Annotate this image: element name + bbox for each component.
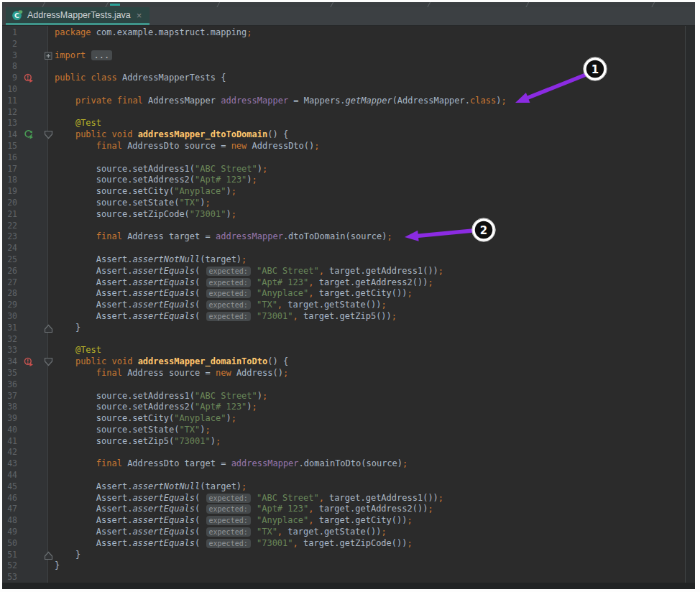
gutter-spacer [24,392,34,403]
code-line: 27 Assert.assertEquals( expected: "Apt# … [2,277,686,289]
gutter-spacer [24,482,34,494]
gutter-spacer [24,153,34,165]
code-text[interactable]: source.setAddress1("ABC Street"); [55,164,267,175]
code-text[interactable]: } [55,323,80,334]
fold-spacer [44,414,53,425]
fold-spacer [44,232,53,244]
close-tab-icon[interactable]: × [137,11,142,20]
code-text[interactable]: final Address source = new Address(); [55,368,288,379]
code-line: 37 source.setAddress1("ABC Street"); [2,391,686,402]
code-text[interactable]: Assert.assertNotNull(target); [55,254,247,266]
code-text[interactable]: Assert.assertNotNull(target); [55,481,247,493]
gutter-spacer [24,448,34,459]
gutter-spacer [24,267,34,278]
cropped-content-strip [2,2,695,7]
code-editor[interactable]: 1package com.example.mapstruct.mapping;2… [2,26,695,583]
line-number: 3 [2,50,17,62]
fold-spacer [44,210,53,221]
code-text[interactable]: public void addressMapper_domainToDto() … [55,356,288,368]
line-number: 50 [2,538,17,550]
fold-up-icon[interactable] [44,550,53,562]
line-number: 2 [2,39,17,50]
fold-plus-icon[interactable] [44,51,53,63]
test-failed-icon[interactable] [24,73,34,85]
code-text[interactable]: source.setCity("Anyplace"); [55,186,236,198]
fold-spacer [44,278,53,290]
code-text[interactable]: import ... [55,50,112,62]
gutter-spacer [24,244,34,255]
code-text[interactable]: Assert.assertEquals( expected: "Apt# 123… [55,277,433,289]
fold-spacer [44,448,53,459]
editor-bottom-strip [2,583,695,589]
fold-down-icon[interactable] [44,357,53,369]
slash-artifact [426,2,431,7]
code-text[interactable]: Assert.assertEquals( expected: "Apt# 123… [55,504,433,515]
fold-spacer [44,85,53,96]
slash-artifact [525,2,530,7]
code-text[interactable]: Assert.assertEquals( expected: "TX", tar… [55,300,387,311]
code-text[interactable]: Assert.assertEquals( expected: "73001", … [55,311,397,323]
line-number: 49 [2,527,17,538]
code-text[interactable]: source.setState("TX"); [55,425,211,436]
fold-down-icon[interactable] [44,130,53,142]
code-text[interactable]: final Address target = addressMapper.dto… [55,231,392,243]
code-text[interactable]: source.setAddress2("Apt# 123"); [55,175,257,186]
code-line: 12 [2,107,686,119]
fold-up-icon[interactable] [44,323,53,335]
line-number: 27 [2,277,17,289]
gutter-spacer [24,108,34,119]
fold-spacer [44,402,53,414]
code-line: 50 Assert.assertEquals( expected: "73001… [2,538,686,550]
slash-artifact [41,2,46,7]
code-text[interactable]: @Test [55,118,101,129]
test-failed-icon[interactable] [24,357,34,369]
code-text[interactable]: Assert.assertEquals( expected: "ABC Stre… [55,266,443,277]
code-text[interactable]: @Test [55,345,101,356]
code-text[interactable]: public class AddressMapperTests { [55,73,226,84]
line-number: 15 [2,141,17,152]
code-line: 42 [2,447,686,458]
code-text[interactable]: } [55,550,80,561]
code-text[interactable]: source.setZip5("73001"); [55,436,221,448]
code-text[interactable]: Assert.assertEquals( expected: "TX", tar… [55,527,387,538]
code-line: 45 Assert.assertNotNull(target); [2,481,686,493]
run-test-icon[interactable] [24,130,34,142]
tab-addressmappertests[interactable]: C AddressMapperTests.java × [6,7,149,25]
code-text[interactable]: source.setAddress1("ABC Street"); [55,391,267,402]
code-text[interactable]: public void addressMapper_dtoToDomain() … [55,129,288,141]
line-number: 22 [2,221,17,232]
code-text[interactable]: Assert.assertEquals( expected: "ABC Stre… [55,493,443,504]
gutter-spacer [24,175,34,187]
code-text[interactable]: source.setState("TX"); [55,198,211,209]
line-number: 16 [2,152,17,164]
line-number: 31 [2,323,17,334]
code-text[interactable]: package com.example.mapstruct.mapping; [55,27,252,39]
code-text[interactable]: source.setAddress2("Apt# 123"); [55,402,257,413]
code-text[interactable]: Assert.assertEquals( expected: "73001", … [55,538,413,550]
gutter-spacer [24,437,34,448]
gutter-spacer [24,471,34,482]
fold-spacer [44,471,53,482]
line-number: 39 [2,413,17,425]
code-text[interactable]: final AddressDto source = new AddressDto… [55,141,319,152]
code-text[interactable]: source.setZipCode("73001"); [55,209,236,221]
code-text[interactable]: Assert.assertEquals( expected: "Anyplace… [55,515,413,527]
code-text[interactable]: private final AddressMapper addressMappe… [55,96,507,107]
code-text[interactable]: source.setCity("Anyplace"); [55,413,236,425]
java-class-icon: C [11,9,23,21]
code-line: 25 Assert.assertNotNull(target); [2,254,686,266]
scrollbar-track[interactable] [685,26,695,585]
gutter-spacer [24,425,34,437]
code-text[interactable]: } [55,560,60,572]
code-text[interactable]: final AddressDto target = addressMapper.… [55,458,407,470]
code-text[interactable]: Assert.assertEquals( expected: "Anyplace… [55,288,413,300]
gutter-spacer [24,494,34,505]
line-number: 40 [2,425,17,436]
gutter-spacer [24,119,34,130]
code-line: 32 [2,334,686,346]
fold-spacer [44,62,53,73]
gutter-spacer [24,323,34,335]
line-number: 52 [2,560,17,572]
fold-spacer [44,482,53,494]
code-line: 38 source.setAddress2("Apt# 123"); [2,402,686,413]
